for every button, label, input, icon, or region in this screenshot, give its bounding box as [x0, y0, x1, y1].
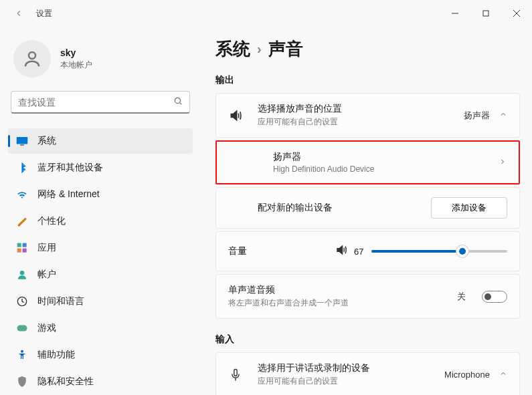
sidebar-item-label: 时间和语言: [37, 295, 84, 307]
maximize-button[interactable]: [470, 3, 501, 24]
sidebar-item-account[interactable]: 帐户: [8, 262, 193, 287]
svg-rect-17: [234, 369, 237, 376]
brush-icon: [16, 215, 28, 227]
titlebar: 设置: [0, 0, 532, 27]
volume-slider[interactable]: [371, 250, 507, 253]
sidebar-item-network[interactable]: 网络 & Internet: [8, 182, 193, 207]
chevron-right-icon: ›: [257, 41, 262, 57]
bluetooth-icon: [16, 162, 28, 174]
output-device-title: 扬声器: [273, 151, 499, 163]
chevron-up-icon: [499, 370, 507, 380]
svg-rect-10: [23, 243, 27, 247]
mono-card: 单声道音频 将左声道和右声道合并成一个声道 关: [215, 274, 520, 319]
accessibility-icon: [16, 349, 28, 361]
output-device-row[interactable]: 扬声器 High Definition Audio Device: [217, 142, 519, 183]
speaker-icon: [228, 109, 243, 122]
avatar: [13, 40, 51, 78]
sidebar-item-label: 应用: [37, 242, 56, 254]
sidebar-item-label: 蓝牙和其他设备: [37, 162, 103, 174]
mono-sub: 将左声道和右声道合并成一个声道: [228, 297, 457, 309]
mono-toggle[interactable]: [482, 291, 507, 303]
sidebar-item-personalize[interactable]: 个性化: [8, 209, 193, 234]
svg-rect-1: [483, 11, 489, 16]
sidebar-item-label: 隐私和安全性: [37, 376, 94, 388]
sidebar-item-label: 辅助功能: [37, 349, 75, 361]
sidebar-item-label: 个性化: [37, 215, 66, 227]
pair-output-row: 配对新的输出设备 添加设备: [216, 188, 519, 228]
input-select-value: Microphone: [444, 370, 490, 380]
slider-thumb[interactable]: [456, 245, 468, 257]
svg-rect-9: [17, 243, 21, 247]
sidebar-item-label: 系统: [37, 135, 56, 147]
sidebar-item-bluetooth[interactable]: 蓝牙和其他设备: [8, 155, 193, 180]
output-select-title: 选择播放声音的位置: [258, 103, 464, 115]
input-select-card: 选择用于讲话或录制的设备 应用可能有自己的设置 Microphone: [215, 352, 520, 395]
shield-icon: [16, 376, 28, 388]
microphone-icon: [228, 368, 243, 382]
mono-row[interactable]: 单声道音频 将左声道和右声道合并成一个声道 关: [216, 275, 519, 318]
wifi-icon: [16, 188, 28, 201]
svg-rect-11: [17, 249, 21, 253]
search-icon: [173, 96, 183, 108]
sidebar-item-label: 网络 & Internet: [37, 188, 100, 201]
sidebar-item-privacy[interactable]: 隐私和安全性: [8, 369, 193, 394]
sidebar-item-time[interactable]: 时间和语言: [8, 289, 193, 314]
volume-card: 音量 67: [215, 231, 520, 271]
svg-point-16: [21, 350, 23, 353]
window-title: 设置: [36, 8, 52, 19]
input-select-sub: 应用可能有自己的设置: [258, 376, 444, 387]
profile-subtitle: 本地帐户: [60, 59, 92, 71]
search-box[interactable]: [11, 91, 190, 114]
volume-icon[interactable]: [335, 244, 347, 259]
breadcrumb: 系统 › 声音: [215, 37, 520, 61]
sidebar-item-apps[interactable]: 应用: [8, 235, 193, 261]
sidebar-item-accessibility[interactable]: 辅助功能: [8, 342, 193, 368]
profile-name: sky: [60, 47, 92, 58]
window-controls: [440, 3, 532, 24]
main-content: 系统 › 声音 输出 选择播放声音的位置 应用可能有自己的设置 扬声器: [201, 27, 532, 395]
volume-label: 音量: [228, 245, 335, 257]
svg-rect-12: [23, 249, 27, 253]
minimize-button[interactable]: [440, 3, 470, 24]
sidebar-item-label: 游戏: [37, 322, 56, 334]
breadcrumb-root[interactable]: 系统: [215, 37, 250, 61]
search-input[interactable]: [18, 97, 173, 108]
breadcrumb-leaf: 声音: [268, 37, 303, 61]
clock-icon: [16, 295, 28, 307]
close-button[interactable]: [501, 3, 532, 24]
output-select-value: 扬声器: [464, 110, 490, 122]
section-input-label: 输入: [215, 334, 520, 346]
mono-state-label: 关: [457, 291, 466, 303]
svg-point-13: [20, 271, 25, 275]
sidebar-item-gaming[interactable]: 游戏: [8, 315, 193, 341]
sidebar: sky 本地帐户 系统 蓝牙和其他设备 网络 & Internet: [0, 27, 201, 395]
slider-fill: [371, 250, 462, 253]
mono-title: 单声道音频: [228, 284, 457, 296]
sidebar-item-system[interactable]: 系统: [8, 128, 193, 154]
output-select-card: 选择播放声音的位置 应用可能有自己的设置 扬声器: [215, 93, 520, 138]
output-device-sub: High Definition Audio Device: [273, 164, 499, 174]
output-device-card: 扬声器 High Definition Audio Device: [215, 140, 520, 184]
chevron-up-icon: [499, 110, 507, 120]
profile-block[interactable]: sky 本地帐户: [8, 32, 193, 91]
pair-output-card: 配对新的输出设备 添加设备: [215, 187, 520, 229]
output-select-row[interactable]: 选择播放声音的位置 应用可能有自己的设置 扬声器: [216, 94, 519, 137]
svg-rect-8: [20, 144, 24, 146]
add-device-button[interactable]: 添加设备: [431, 197, 507, 219]
system-icon: [16, 135, 28, 147]
sidebar-item-label: 帐户: [37, 269, 56, 281]
apps-icon: [16, 242, 28, 254]
back-button[interactable]: [11, 5, 27, 21]
volume-value: 67: [354, 247, 363, 257]
svg-line-6: [180, 102, 182, 104]
svg-rect-15: [17, 325, 27, 332]
input-select-row[interactable]: 选择用于讲话或录制的设备 应用可能有自己的设置 Microphone: [216, 353, 519, 395]
nav-list: 系统 蓝牙和其他设备 网络 & Internet 个性化 应用 帐户: [8, 128, 193, 394]
output-select-sub: 应用可能有自己的设置: [258, 116, 464, 128]
chevron-right-icon: [499, 158, 507, 168]
account-icon: [16, 269, 28, 281]
svg-point-5: [175, 98, 180, 103]
svg-point-4: [29, 52, 35, 59]
svg-rect-7: [17, 137, 28, 144]
volume-row: 音量 67: [216, 232, 519, 271]
